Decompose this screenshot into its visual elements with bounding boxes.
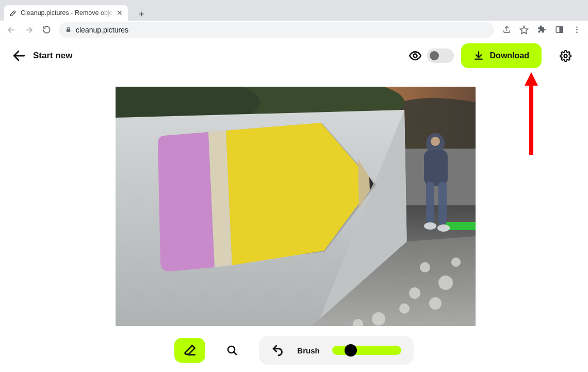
zoom-tool-button[interactable] [217, 338, 248, 363]
svg-point-11 [576, 29, 578, 30]
svg-point-27 [409, 287, 420, 299]
svg-rect-35 [426, 182, 434, 223]
svg-point-28 [451, 257, 461, 267]
toggle-knob [430, 51, 439, 60]
svg-rect-6 [67, 29, 71, 32]
brush-panel: Brush [259, 336, 413, 365]
sidepanel-icon[interactable] [551, 22, 567, 38]
back-arrow-icon [12, 49, 26, 62]
svg-point-14 [413, 54, 417, 58]
slider-thumb[interactable] [345, 344, 357, 357]
svg-point-10 [576, 26, 578, 28]
share-icon[interactable] [498, 22, 515, 38]
lock-icon [65, 26, 72, 33]
svg-point-30 [399, 303, 410, 314]
svg-point-39 [431, 137, 440, 146]
image-canvas[interactable] [116, 87, 476, 326]
tab-favicon [9, 9, 17, 17]
address-bar-row: cleanup.pictures [0, 21, 588, 39]
nav-forward-button[interactable] [21, 22, 37, 38]
svg-line-42 [234, 352, 237, 354]
svg-marker-18 [525, 72, 538, 155]
nav-back-button[interactable] [3, 22, 20, 38]
address-bar[interactable]: cleanup.pictures [59, 22, 494, 38]
editor-toolbar: Brush [0, 336, 588, 365]
download-button[interactable]: Download [461, 43, 542, 68]
tab-strip: Cleanup.pictures - Remove objects ✕ ＋ [0, 7, 588, 21]
nav-reload-button[interactable] [38, 22, 55, 38]
url-text: cleanup.pictures [76, 26, 128, 34]
tab-close-button[interactable]: ✕ [117, 9, 123, 17]
svg-point-38 [437, 224, 450, 232]
eraser-tool-button[interactable] [174, 338, 205, 363]
svg-rect-36 [438, 182, 447, 224]
new-tab-button[interactable]: ＋ [134, 6, 149, 21]
svg-marker-7 [520, 26, 528, 34]
svg-rect-24 [446, 222, 476, 230]
download-label: Download [490, 51, 529, 60]
brush-label: Brush [297, 346, 319, 355]
svg-rect-9 [560, 27, 563, 33]
bookmark-icon[interactable] [516, 22, 532, 38]
start-new-label: Start new [33, 51, 73, 61]
start-new-button[interactable]: Start new [12, 49, 73, 62]
download-icon [473, 51, 484, 61]
chrome-menu-button[interactable] [568, 22, 585, 38]
svg-point-29 [429, 297, 442, 310]
app-header: Start new Download [0, 39, 588, 72]
undo-button[interactable] [271, 344, 285, 357]
svg-point-17 [564, 54, 567, 57]
svg-point-37 [424, 222, 436, 230]
svg-point-12 [576, 31, 578, 33]
svg-point-31 [372, 312, 385, 326]
settings-button[interactable] [555, 50, 576, 62]
annotation-arrow [524, 72, 539, 155]
compare-toggle[interactable] [427, 48, 454, 63]
svg-point-26 [438, 276, 453, 290]
svg-point-25 [420, 262, 430, 272]
preview-original-button[interactable] [406, 49, 424, 62]
active-tab[interactable]: Cleanup.pictures - Remove objects ✕ [4, 5, 128, 21]
extensions-icon[interactable] [533, 22, 550, 38]
svg-rect-34 [424, 150, 448, 186]
brush-size-slider[interactable] [332, 346, 401, 355]
